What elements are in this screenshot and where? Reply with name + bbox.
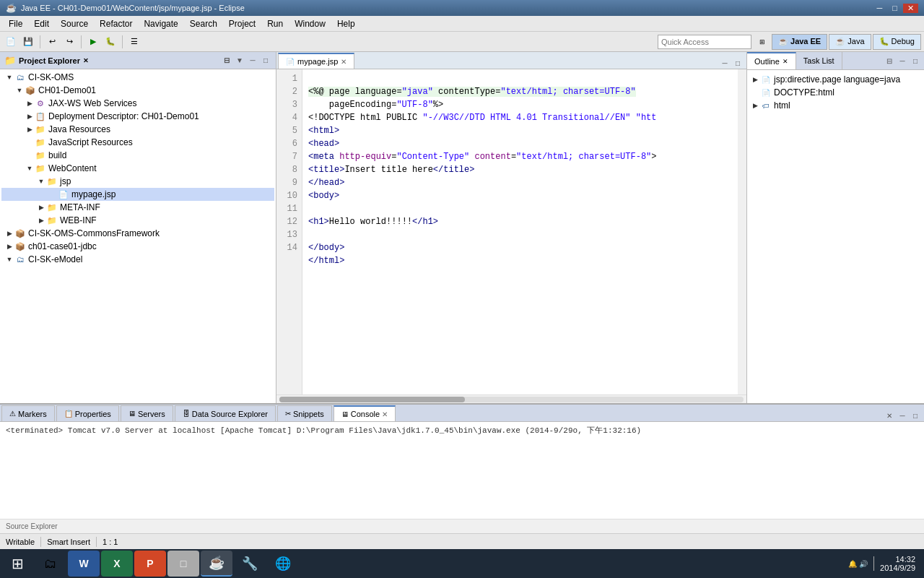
- outline-tree: ▶ 📄 jsp:directive.page language=java 📄 D…: [747, 70, 924, 403]
- servers-tab[interactable]: 🖥 Servers: [121, 405, 173, 421]
- tree-item-mypage[interactable]: 📄 mypage.jsp: [1, 188, 274, 201]
- menu-item-navigate[interactable]: Navigate: [138, 16, 183, 32]
- outline-collapse-icon[interactable]: ⊟: [884, 55, 895, 66]
- taskbar-excel[interactable]: X: [101, 551, 133, 577]
- menu-item-window[interactable]: Window: [289, 16, 331, 32]
- tree-toggle-build[interactable]: [25, 150, 35, 160]
- perspective-javaee[interactable]: ☕ Java EE: [772, 34, 827, 50]
- menu-item-run[interactable]: Run: [261, 16, 289, 32]
- tree-item-jsp[interactable]: ▼ 📁 jsp: [1, 175, 274, 188]
- tree-toggle-meta[interactable]: ▶: [36, 202, 46, 212]
- perspective-toggle[interactable]: ⊞: [754, 34, 770, 50]
- toolbar-debug[interactable]: 🐛: [103, 34, 118, 50]
- outline-tab[interactable]: Outline ✕: [747, 52, 796, 69]
- outline-close-icon[interactable]: ✕: [783, 58, 788, 65]
- outline-toggle-doctype[interactable]: [750, 87, 760, 98]
- tree-item-ch01-demo01[interactable]: ▼ 📦 CH01-Demo01: [1, 84, 274, 97]
- restore-button[interactable]: □: [888, 4, 902, 13]
- taskbar-appbox[interactable]: □: [167, 551, 199, 577]
- toolbar-save[interactable]: 💾: [20, 34, 36, 50]
- menu-item-search[interactable]: Search: [184, 16, 223, 32]
- taskbar-powerpoint[interactable]: P: [134, 551, 166, 577]
- quick-access-input[interactable]: [658, 35, 751, 49]
- tree-toggle-emodel[interactable]: ▼: [4, 254, 14, 264]
- tree-toggle-deploy[interactable]: ▶: [25, 111, 35, 121]
- outline-min-icon[interactable]: ─: [897, 55, 908, 66]
- menu-item-source[interactable]: Source: [55, 16, 94, 32]
- properties-tab[interactable]: 📋 Properties: [56, 405, 119, 421]
- toolbar-new[interactable]: 📄: [3, 34, 19, 50]
- editor-min-icon[interactable]: ─: [719, 57, 731, 69]
- html-icon: 🏷: [760, 100, 772, 111]
- tree-toggle-js-res[interactable]: [25, 137, 35, 147]
- tree-item-jax-ws[interactable]: ▶ ⚙ JAX-WS Web Services: [1, 97, 274, 110]
- menu-item-help[interactable]: Help: [331, 16, 361, 32]
- tree-toggle-ch01[interactable]: ▼: [14, 85, 25, 95]
- tree-item-java-res[interactable]: ▶ 📁 Java Resources: [1, 123, 274, 136]
- outline-item-doctype[interactable]: 📄 DOCTYPE:html: [750, 86, 921, 99]
- toolbar-more[interactable]: ☰: [126, 34, 142, 50]
- tree-item-ci-sk-oms[interactable]: ▼ 🗂 CI-SK-OMS: [1, 71, 274, 84]
- editor-hscrollbar[interactable]: [276, 394, 746, 403]
- tree-item-meta-inf[interactable]: ▶ 📁 META-INF: [1, 201, 274, 214]
- outline-max-icon[interactable]: □: [910, 55, 921, 66]
- taskbar-explorer[interactable]: 🗂: [35, 551, 66, 577]
- explorer-max-icon[interactable]: □: [260, 55, 271, 66]
- tree-toggle-jax[interactable]: ▶: [25, 98, 35, 108]
- outline-toggle-html[interactable]: ▶: [750, 100, 760, 111]
- menu-item-refactor[interactable]: Refactor: [94, 16, 138, 32]
- toolbar-run[interactable]: ▶: [85, 34, 101, 50]
- perspective-java[interactable]: ☕ Java: [829, 34, 871, 50]
- explorer-min-icon[interactable]: ─: [247, 55, 258, 66]
- outline-toggle-directive[interactable]: ▶: [750, 74, 760, 85]
- editor-tab-close[interactable]: ✕: [341, 58, 346, 66]
- tree-item-web-inf[interactable]: ▶ 📁 WEB-INF: [1, 214, 274, 227]
- toolbar-sep2: [81, 35, 82, 48]
- taskbar-eclipse[interactable]: ☕: [201, 551, 232, 577]
- console-tab[interactable]: 🖥 Console ✕: [334, 405, 396, 421]
- start-button[interactable]: ⊞: [3, 551, 32, 577]
- datasource-tab[interactable]: 🗄 Data Source Explorer: [175, 405, 276, 421]
- tree-toggle-ci-sk-oms[interactable]: ▼: [4, 72, 14, 82]
- explorer-menu-icon[interactable]: ▼: [234, 55, 245, 66]
- tree-item-case01[interactable]: ▶ 📦 ch01-case01-jdbc: [1, 240, 274, 253]
- taskbar-word[interactable]: W: [68, 551, 100, 577]
- bottom-max-icon[interactable]: □: [910, 410, 921, 421]
- tree-toggle-web[interactable]: ▼: [25, 163, 35, 173]
- tree-toggle-commons[interactable]: ▶: [4, 228, 14, 238]
- tree-toggle-java-res[interactable]: ▶: [25, 124, 35, 134]
- menu-item-edit[interactable]: Edit: [28, 16, 55, 32]
- tree-toggle-case01[interactable]: ▶: [4, 241, 14, 251]
- toolbar-undo[interactable]: ↩: [44, 34, 60, 50]
- tree-toggle-webinf[interactable]: ▶: [36, 215, 46, 225]
- editor-scrollbar[interactable]: [738, 69, 746, 394]
- bottom-close-icon[interactable]: ✕: [884, 410, 895, 421]
- menu-item-file[interactable]: File: [3, 16, 28, 32]
- outline-item-directive[interactable]: ▶ 📄 jsp:directive.page language=java: [750, 73, 921, 86]
- bottom-min-icon[interactable]: ─: [897, 410, 908, 421]
- code-content[interactable]: <%@ page language="java" contentType="te…: [302, 69, 738, 394]
- explorer-collapse-icon[interactable]: ⊟: [221, 55, 232, 66]
- tasklist-tab[interactable]: Task List: [796, 52, 842, 69]
- toolbar-redo[interactable]: ↪: [61, 34, 77, 50]
- markers-tab[interactable]: ⚠ Markers: [1, 405, 55, 421]
- tree-item-commons[interactable]: ▶ 📦 CI-SK-OMS-CommonsFramework: [1, 227, 274, 240]
- tree-item-build[interactable]: 📁 build: [1, 149, 274, 162]
- tree-item-js-res[interactable]: 📁 JavaScript Resources: [1, 136, 274, 149]
- console-close[interactable]: ✕: [382, 410, 388, 418]
- minimize-button[interactable]: ─: [873, 4, 887, 13]
- explorer-close-icon[interactable]: ✕: [83, 57, 89, 64]
- perspective-debug[interactable]: 🐛 Debug: [873, 34, 921, 50]
- taskbar-tool[interactable]: 🔧: [234, 551, 266, 577]
- taskbar-chrome[interactable]: 🌐: [267, 551, 299, 577]
- editor-max-icon[interactable]: □: [732, 57, 744, 69]
- outline-item-html[interactable]: ▶ 🏷 html: [750, 99, 921, 112]
- tree-item-emodel[interactable]: ▼ 🗂 CI-SK-eModel: [1, 253, 274, 266]
- tree-item-webcontent[interactable]: ▼ 📁 WebContent: [1, 162, 274, 175]
- editor-tab-mypage[interactable]: 📄 mypage.jsp ✕: [278, 53, 354, 69]
- menu-item-project[interactable]: Project: [223, 16, 261, 32]
- tree-item-deploy[interactable]: ▶ 📋 Deployment Descriptor: CH01-Demo01: [1, 110, 274, 123]
- tree-toggle-jsp[interactable]: ▼: [36, 176, 46, 186]
- snippets-tab[interactable]: ✂ Snippets: [277, 405, 332, 421]
- close-button[interactable]: ✕: [903, 4, 918, 13]
